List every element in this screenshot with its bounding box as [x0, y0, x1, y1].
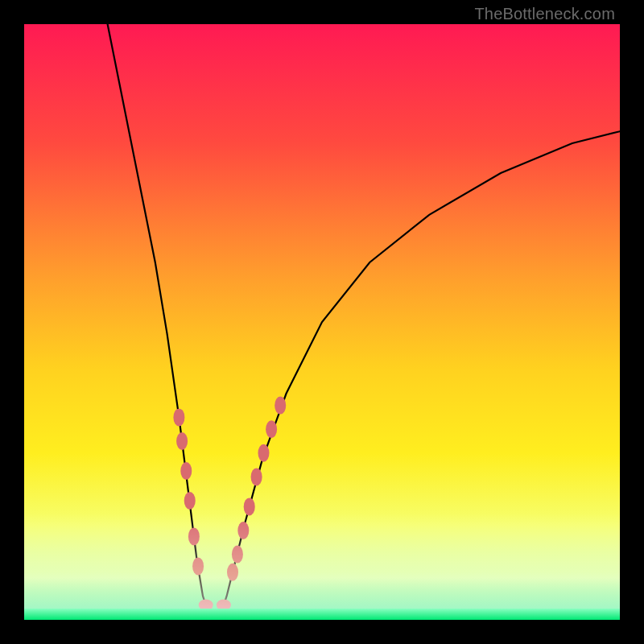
curve-marker — [192, 557, 204, 575]
curve-marker — [176, 432, 188, 450]
svg-rect-2 — [24, 609, 620, 620]
curve-marker — [266, 420, 277, 438]
curve-marker — [258, 444, 269, 462]
bottleneck-curve — [24, 24, 620, 620]
plot-area — [24, 24, 620, 620]
curve-marker — [244, 497, 255, 515]
curve-marker — [227, 564, 238, 581]
curve-marker — [237, 522, 249, 539]
curve-marker — [184, 492, 196, 510]
chart-canvas: TheBottleneck.com — [0, 0, 644, 644]
curve-marker — [251, 468, 262, 485]
curve-marker — [188, 527, 200, 545]
green-band — [24, 609, 620, 620]
curve-marker — [173, 408, 184, 426]
watermark-text: TheBottleneck.com — [474, 5, 615, 23]
curve-marker — [275, 397, 286, 415]
curve-marker — [180, 462, 192, 480]
curve-marker — [232, 546, 243, 564]
